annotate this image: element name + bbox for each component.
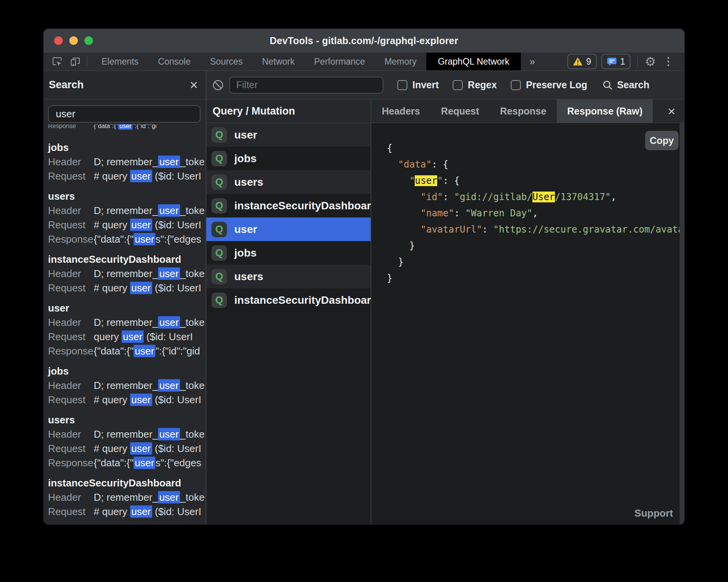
- query-row-jobs[interactable]: Qjobs: [206, 147, 371, 170]
- checkbox-invert[interactable]: Invert: [397, 79, 439, 91]
- result-field-label: Request: [48, 281, 94, 295]
- result-text: D; remember_user_token=e: [94, 267, 205, 281]
- result-text-segment: ($id: UserI: [144, 331, 193, 342]
- search-result-line[interactable]: Request# query user ($id: UserI: [48, 281, 205, 295]
- minimize-window-button[interactable]: [69, 36, 78, 45]
- json-line: }: [387, 238, 685, 254]
- query-row-jobs[interactable]: Qjobs: [206, 241, 371, 265]
- search-result-line[interactable]: HeaderD; remember_user_token=e: [48, 315, 205, 330]
- search-result-line[interactable]: Response{"data":{"users":{"edges: [48, 456, 205, 470]
- json-line: "id": "gid://gitlab/User/13704317",: [387, 189, 685, 205]
- search-result-group-instancesecuritydashboard: instanceSecurityDashboardHeaderD; rememb…: [48, 252, 206, 295]
- query-row-users[interactable]: Qusers: [206, 170, 371, 194]
- result-text-segment: query: [94, 331, 122, 342]
- detail-tab-headers[interactable]: Headers: [371, 99, 431, 123]
- tab-memory[interactable]: Memory: [375, 53, 426, 70]
- search-pane: Search × Response{"data":{"user":{"id":"…: [43, 71, 206, 525]
- result-text: # query user ($id: UserI: [94, 393, 201, 407]
- result-group-title[interactable]: instanceSecurityDashboard: [48, 476, 206, 490]
- messages-badge[interactable]: 1: [601, 54, 631, 69]
- detail-tab-request[interactable]: Request: [431, 99, 490, 123]
- search-result-line[interactable]: Request# query user ($id: UserI: [48, 393, 205, 407]
- zoom-window-button[interactable]: [84, 36, 93, 45]
- tab-elements[interactable]: Elements: [92, 53, 148, 70]
- result-text: # query user ($id: UserI: [94, 169, 201, 183]
- more-tabs-button[interactable]: »: [521, 53, 543, 70]
- match-highlight: user: [130, 170, 152, 182]
- tab-network[interactable]: Network: [252, 53, 304, 70]
- result-group-title[interactable]: instanceSecurityDashboard: [48, 252, 206, 267]
- filter-input[interactable]: [229, 77, 383, 94]
- json-line: "data": {: [387, 156, 685, 173]
- query-row-user[interactable]: Quser: [206, 217, 371, 241]
- json-token: "name": [421, 208, 454, 219]
- search-result-line[interactable]: Response{"data":{"user":{"id":"gi: [48, 124, 205, 133]
- search-result-line[interactable]: Request# query user ($id: UserI: [48, 218, 205, 232]
- json-token: ,: [611, 192, 616, 202]
- result-field-label: Header: [48, 267, 94, 281]
- window-title: DevTools - gitlab.com/-/graphql-explorer: [270, 35, 458, 46]
- search-result-line[interactable]: HeaderD; remember_user_token=e: [48, 155, 205, 169]
- query-label: jobs: [234, 247, 257, 259]
- warnings-badge[interactable]: 9: [567, 54, 597, 69]
- device-toolbar-icon[interactable]: [70, 56, 81, 67]
- result-group-title[interactable]: jobs: [48, 364, 206, 378]
- result-field-label: Response: [48, 232, 94, 246]
- search-close-icon[interactable]: ×: [190, 78, 198, 92]
- tab-console[interactable]: Console: [148, 53, 200, 70]
- result-group-title[interactable]: users: [48, 189, 206, 204]
- result-text-segment: # query: [94, 282, 130, 294]
- detail-tab-response-raw[interactable]: Response (Raw): [557, 99, 653, 123]
- search-result-line[interactable]: Requestquery user ($id: UserI: [48, 330, 205, 344]
- checkbox-regex[interactable]: Regex: [453, 79, 497, 91]
- json-token: /13704317": [555, 192, 611, 202]
- menu-dots-icon[interactable]: ⋮: [661, 56, 676, 67]
- inspect-element-icon[interactable]: [52, 56, 62, 67]
- tab-graphql-network[interactable]: GraphQL Network: [426, 53, 521, 70]
- search-button[interactable]: Search: [602, 79, 649, 91]
- search-result-line[interactable]: Response{"data":{"user":{"id":"gid: [48, 344, 205, 358]
- search-input[interactable]: [48, 105, 201, 123]
- query-row-instancesecuritydashboard[interactable]: QinstanceSecurityDashboard: [206, 194, 371, 217]
- search-result-line[interactable]: Response{"data":{"users":{"edges: [48, 232, 205, 246]
- result-group-title[interactable]: jobs: [48, 140, 206, 155]
- copy-button[interactable]: Copy: [645, 131, 678, 150]
- result-text: D; remember_user_token=e: [94, 155, 205, 169]
- result-group-title[interactable]: user: [48, 301, 206, 315]
- checkbox-preserve-log[interactable]: Preserve Log: [511, 79, 587, 91]
- tab-performance[interactable]: Performance: [304, 53, 375, 70]
- search-result-line[interactable]: HeaderD; remember_user_token=e: [48, 378, 205, 393]
- main-area: Search × Response{"data":{"user":{"id":"…: [43, 71, 685, 525]
- support-link[interactable]: Support: [634, 507, 673, 519]
- result-group-title[interactable]: users: [48, 413, 206, 427]
- search-result-line[interactable]: HeaderD; remember_user_token=e: [48, 204, 205, 218]
- match-highlight: user: [158, 428, 180, 440]
- detail-close-icon[interactable]: ×: [658, 99, 685, 123]
- search-result-line[interactable]: HeaderD; remember_user_token=e: [48, 427, 205, 442]
- toolbar-divider: [87, 56, 87, 67]
- close-window-button[interactable]: [54, 36, 63, 45]
- vertical-scrollbar[interactable]: [680, 123, 685, 525]
- search-result-line[interactable]: Request# query user ($id: UserI: [48, 169, 205, 183]
- settings-gear-icon[interactable]: ⚙: [645, 55, 656, 68]
- detail-tab-response[interactable]: Response: [489, 99, 556, 123]
- match-highlight: user: [158, 316, 180, 329]
- json-token: {: [454, 175, 460, 186]
- search-result-line[interactable]: HeaderD; remember_user_token=e: [48, 267, 205, 281]
- json-token: :: [454, 208, 465, 219]
- tab-sources[interactable]: Sources: [200, 53, 252, 70]
- query-row-instancesecuritydashboard[interactable]: QinstanceSecurityDashboard: [206, 288, 371, 312]
- search-result-line[interactable]: HeaderD; remember_user_token=e: [48, 490, 205, 505]
- json-token: :: [443, 175, 454, 186]
- search-result-line[interactable]: Request# query user ($id: UserI: [48, 505, 205, 519]
- search-pane-title: Search: [49, 79, 190, 91]
- query-row-user[interactable]: Quser: [206, 123, 371, 147]
- query-type-badge: Q: [211, 127, 227, 143]
- json-token: {: [387, 143, 392, 154]
- query-row-users[interactable]: Qusers: [206, 265, 371, 288]
- clear-icon[interactable]: [212, 79, 224, 91]
- search-results: jobsHeaderD; remember_user_token=eReques…: [48, 140, 206, 519]
- json-token: "id": [421, 192, 443, 202]
- search-result-line[interactable]: Request# query user ($id: UserI: [48, 442, 205, 456]
- response-raw-body: Copy {"data": {"user": {"id": "gid://git…: [371, 123, 685, 525]
